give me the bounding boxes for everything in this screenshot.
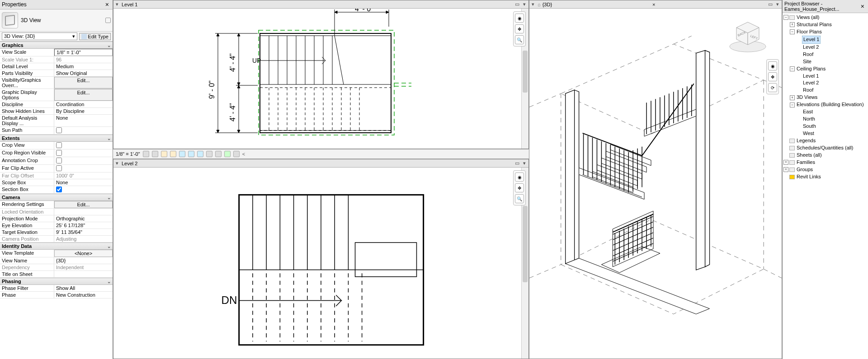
nav-pan-icon[interactable]: ✥ bbox=[515, 24, 524, 33]
prop-value[interactable] bbox=[54, 142, 113, 149]
view3d-canvas[interactable] bbox=[529, 9, 782, 359]
prop-value[interactable] bbox=[54, 271, 113, 277]
tree-label[interactable]: Level 1 bbox=[802, 73, 820, 80]
nav-wheel-icon[interactable]: ◉ bbox=[515, 14, 524, 23]
checkbox[interactable] bbox=[56, 158, 62, 163]
tree-label[interactable]: North bbox=[802, 116, 816, 123]
prop-value[interactable]: 25' 6 17/128" bbox=[54, 222, 113, 228]
level1-nav-widget[interactable]: ◉✥🔍 bbox=[513, 11, 526, 47]
tree-label[interactable]: Level 2 bbox=[802, 79, 820, 87]
level1-menu-icon[interactable]: ▾ bbox=[114, 1, 120, 7]
checkbox[interactable] bbox=[56, 142, 62, 148]
tree-label[interactable]: Legends bbox=[796, 137, 816, 145]
expand-icon[interactable]: − bbox=[790, 66, 795, 71]
project-tree[interactable]: −Views (all)+Structural Plans−Floor Plan… bbox=[783, 13, 868, 359]
type-selector-row[interactable]: 3D View bbox=[0, 9, 113, 32]
tree-label[interactable]: Level 2 bbox=[802, 44, 820, 51]
prop-row[interactable]: Eye Elevation25' 6 17/128" bbox=[0, 222, 113, 229]
properties-grid[interactable]: Graphics⌄View Scale1/8" = 1'-0"Scale Val… bbox=[0, 42, 113, 359]
nav-wheel-icon[interactable]: ◉ bbox=[768, 61, 777, 70]
tree-label[interactable]: Structural Plans bbox=[796, 21, 833, 28]
tree-views-root[interactable]: −Views (all) bbox=[783, 14, 867, 21]
crop-show-icon[interactable] bbox=[197, 151, 203, 157]
expand-icon[interactable]: + bbox=[783, 167, 788, 172]
expand-icon[interactable]: − bbox=[790, 103, 795, 107]
tree-elevations[interactable]: −Elevations (Building Elevation) bbox=[783, 101, 867, 108]
properties-close-icon[interactable]: × bbox=[104, 1, 111, 8]
prop-value[interactable]: None bbox=[54, 179, 113, 186]
tree-sheets[interactable]: Sheets (all) bbox=[783, 152, 867, 159]
group-header[interactable]: Camera⌄ bbox=[0, 194, 113, 201]
expand-icon[interactable]: + bbox=[790, 22, 795, 27]
tree-label[interactable]: Site bbox=[802, 58, 812, 65]
tree-families[interactable]: +Families bbox=[783, 159, 867, 166]
tree-floor-level1[interactable]: Level 1 bbox=[783, 36, 867, 44]
reveal-icon[interactable] bbox=[224, 151, 231, 157]
sun-path-icon[interactable] bbox=[161, 151, 167, 157]
visual-style-icon[interactable] bbox=[152, 151, 158, 157]
prop-row[interactable]: Visibility/Graphics Overr...Edit... bbox=[0, 77, 113, 89]
viewport-level1[interactable]: ▾ Level 1 ▭▾ 4' - 0" bbox=[113, 0, 529, 149]
level2-max-icon[interactable]: ▭ bbox=[514, 160, 520, 166]
detail-icon[interactable] bbox=[143, 151, 149, 157]
prop-row[interactable]: Target Elevation9' 11 35/64" bbox=[0, 229, 113, 236]
prop-row[interactable]: Scope BoxNone bbox=[0, 179, 113, 186]
tree-label[interactable]: 3D Views bbox=[796, 94, 818, 101]
tree-label[interactable]: Views (all) bbox=[796, 14, 821, 21]
group-header[interactable]: Graphics⌄ bbox=[0, 42, 113, 49]
crop-icon[interactable] bbox=[188, 151, 194, 157]
prop-value[interactable]: Coordination bbox=[54, 101, 113, 107]
level1-canvas[interactable]: 4' - 0" 9' - 0" bbox=[113, 9, 528, 149]
group-header[interactable]: Identity Data⌄ bbox=[0, 242, 113, 250]
tree-3d-views[interactable]: +3D Views bbox=[783, 94, 867, 101]
home-icon[interactable]: ⌂ bbox=[538, 2, 541, 7]
tree-groups[interactable]: +Groups bbox=[783, 166, 867, 173]
tree-ceiling-plans[interactable]: −Ceiling Plans bbox=[783, 65, 867, 73]
render-icon[interactable] bbox=[179, 151, 185, 157]
tree-elev-west[interactable]: West bbox=[783, 130, 867, 137]
nav-zoom-icon[interactable]: 🔍 bbox=[515, 194, 524, 203]
prop-value[interactable]: By Discipline bbox=[54, 108, 113, 114]
worksharing-icon[interactable] bbox=[233, 151, 240, 157]
view3d-max-icon[interactable]: ▭ bbox=[767, 1, 774, 7]
view3d-close-icon[interactable]: × bbox=[652, 2, 655, 7]
prop-value[interactable]: {3D} bbox=[54, 257, 113, 264]
tree-label[interactable]: South bbox=[802, 123, 817, 130]
prop-row[interactable]: View Template<None> bbox=[0, 250, 113, 257]
checkbox[interactable] bbox=[56, 186, 62, 192]
view-control-bar[interactable]: 1/8" = 1'-0" < bbox=[113, 149, 529, 159]
prop-row[interactable]: Far Clip Active bbox=[0, 165, 113, 173]
viewcube[interactable]: BACK LEFT bbox=[727, 14, 768, 55]
prop-value[interactable]: 1/8" = 1'-0" bbox=[54, 49, 113, 56]
prop-row[interactable]: Parts VisibilityShow Original bbox=[0, 70, 113, 77]
prop-row[interactable]: Graphic Display OptionsEdit... bbox=[0, 89, 113, 101]
prop-value[interactable]: Orthographic bbox=[54, 215, 113, 222]
prop-row[interactable]: Title on Sheet bbox=[0, 271, 113, 278]
tree-ceiling-level2[interactable]: Level 2 bbox=[783, 79, 867, 87]
vcb-chevron-icon[interactable]: < bbox=[242, 151, 245, 157]
view3d-menu-icon[interactable]: ▾ bbox=[530, 1, 536, 7]
prop-row[interactable]: View Scale1/8" = 1'-0" bbox=[0, 49, 113, 56]
tree-label[interactable]: East bbox=[802, 108, 814, 116]
tree-floor-level2[interactable]: Level 2 bbox=[783, 44, 867, 51]
prop-value[interactable]: Show All bbox=[54, 285, 113, 291]
prop-value[interactable] bbox=[54, 127, 113, 134]
tree-label[interactable]: Roof bbox=[802, 51, 814, 58]
prop-row[interactable]: Crop Region Visible bbox=[0, 149, 113, 157]
level1-max-icon[interactable]: ▭ bbox=[514, 1, 520, 7]
tree-floor-roof[interactable]: Roof bbox=[783, 51, 867, 58]
prop-value[interactable] bbox=[54, 157, 113, 164]
tree-label[interactable]: Roof bbox=[802, 87, 814, 94]
prop-row[interactable]: DisciplineCoordination bbox=[0, 101, 113, 108]
prop-value[interactable]: None bbox=[54, 115, 113, 126]
prop-value[interactable] bbox=[54, 186, 113, 193]
prop-value[interactable]: Show Original bbox=[54, 70, 113, 76]
group-header[interactable]: Phasing⌄ bbox=[0, 278, 113, 285]
tree-label[interactable]: Floor Plans bbox=[796, 28, 823, 36]
tree-schedules[interactable]: Schedules/Quantities (all) bbox=[783, 145, 867, 152]
expand-icon[interactable]: − bbox=[790, 29, 795, 34]
tree-label[interactable]: Revit Links bbox=[796, 173, 822, 181]
view3d-ctrl-icon[interactable]: ▾ bbox=[774, 1, 781, 7]
level2-ctrl-icon[interactable]: ▾ bbox=[521, 160, 528, 166]
edit-type-button[interactable]: Edit Type bbox=[79, 33, 111, 40]
